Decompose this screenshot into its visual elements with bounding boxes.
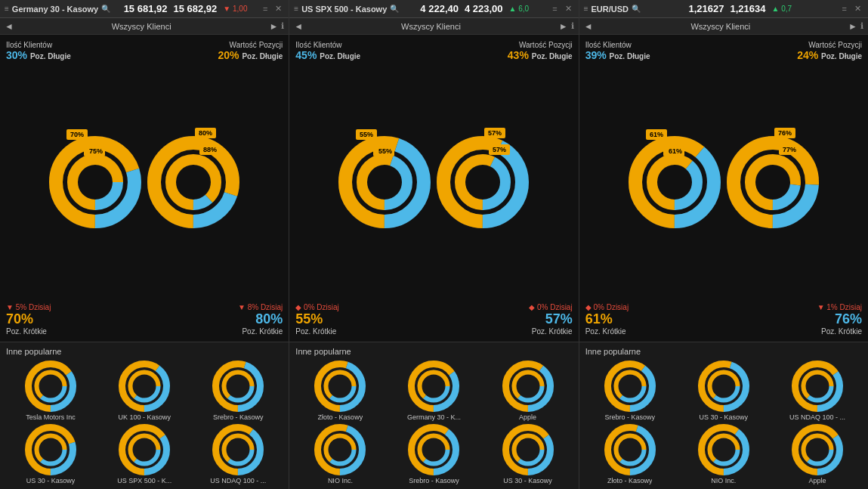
inne-item[interactable]: US NDAQ 100 - ...: [773, 361, 862, 421]
inne-item[interactable]: Srebro - Kasowy: [585, 361, 675, 421]
panel-main: Ilość Klientów 39% Poz. Długie Wartość P…: [579, 35, 868, 342]
inne-item-label: US NDAQ 100 - ...: [789, 413, 845, 421]
price-main: 4 222,40: [420, 3, 459, 14]
inne-item[interactable]: US 30 - Kasowy: [679, 361, 768, 421]
inne-item-label: UK 100 - Kasowy: [118, 413, 171, 421]
inne-item-label: NIO Inc.: [711, 477, 736, 484]
bottom-right-pct: 76%: [817, 311, 862, 327]
nav-info-button[interactable]: ℹ: [860, 21, 863, 31]
panel-nav: ◄ Wszyscy Klienci ► ℹ: [289, 18, 578, 35]
left-stat-label: Ilość Klientów: [585, 41, 650, 49]
inne-item-label: US SPX 500 - K...: [117, 477, 171, 484]
header-title: US SPX 500 - Kasowy: [301, 5, 387, 14]
inne-item[interactable]: Złoto - Kasowy: [295, 361, 385, 421]
inne-item-label: Apple: [808, 477, 826, 484]
bottom-left-change: ▼ 5% Dzisiaj: [6, 303, 51, 311]
price-secondary: 1,21634: [730, 3, 765, 14]
inne-grid: Złoto - Kasowy Germany 30 - K...: [295, 361, 572, 484]
inne-grid: Srebro - Kasowy US 30 - Kasowy: [585, 361, 862, 484]
right-stat-value: 43% Poz. Długie: [508, 49, 573, 61]
price-secondary: 4 223,00: [465, 3, 503, 14]
menu-icon[interactable]: ≡: [584, 5, 588, 13]
right-stat-value: 20% Poz. Długie: [218, 49, 283, 61]
main-donut-area: 55% 55% 57% 57%: [295, 64, 572, 300]
menu-icon[interactable]: ≡: [294, 5, 298, 13]
lock-button[interactable]: =: [261, 4, 270, 14]
inne-item[interactable]: NIO Inc.: [679, 424, 768, 484]
right-stat-label: Wartość Pozycji: [508, 41, 573, 49]
left-stat-label: Ilość Klientów: [295, 41, 360, 49]
panel-nav: ◄ Wszyscy Klienci ► ℹ: [579, 18, 868, 35]
inne-item[interactable]: Apple: [773, 424, 862, 484]
bottom-right-pct: 80%: [238, 311, 283, 327]
search-icon[interactable]: 🔍: [101, 5, 110, 13]
inne-item[interactable]: Srebro - Kasowy: [389, 424, 478, 484]
svg-text:76%: 76%: [778, 129, 792, 137]
close-button[interactable]: ✕: [852, 3, 863, 14]
nav-left-arrow[interactable]: ◄: [294, 21, 303, 32]
inne-item-label: Germany 30 - K...: [407, 413, 461, 421]
svg-text:70%: 70%: [70, 131, 84, 138]
inne-item[interactable]: Germany 30 - K...: [389, 361, 478, 421]
panel-header: ≡ Germany 30 - Kasowy 🔍 15 681,92 15 682…: [0, 0, 289, 18]
bottom-left-label: Poz. Krótkie: [585, 327, 629, 336]
panel-nav: ◄ Wszyscy Klienci ► ℹ: [0, 18, 289, 35]
inne-item[interactable]: US SPX 500 - K...: [100, 424, 189, 484]
price-main: 15 681,92: [124, 3, 168, 14]
bottom-left-pct: 70%: [6, 311, 51, 327]
nav-left-arrow[interactable]: ◄: [5, 21, 14, 32]
inne-title: Inne popularne: [295, 347, 572, 356]
menu-icon[interactable]: ≡: [5, 5, 9, 13]
svg-text:55%: 55%: [360, 131, 373, 138]
svg-text:77%: 77%: [783, 146, 796, 153]
panel-usspx500: ≡ US SPX 500 - Kasowy 🔍 4 222,40 4 223,0…: [289, 0, 579, 489]
header-title: EUR/USD: [592, 5, 629, 14]
left-stat-label: Ilość Klientów: [6, 41, 71, 49]
nav-right-arrow[interactable]: ►: [269, 21, 278, 32]
inne-item-label: Tesla Motors Inc: [26, 413, 76, 421]
inne-item-label: Złoto - Kasowy: [607, 477, 653, 484]
bottom-right-change: ▼ 8% Dzisiaj: [238, 303, 283, 311]
bottom-left-pct: 55%: [295, 311, 338, 327]
inne-item-label: Apple: [519, 413, 536, 421]
inne-item[interactable]: Srebro - Kasowy: [193, 361, 283, 421]
inne-item[interactable]: US NDAQ 100 - ...: [193, 424, 283, 484]
bottom-right-change: ◆ 0% Dzisiaj: [529, 303, 572, 311]
bottom-right-pct: 57%: [529, 311, 572, 327]
inne-item-label: Srebro - Kasowy: [213, 413, 264, 421]
inne-item-label: US 30 - Kasowy: [503, 477, 552, 484]
close-button[interactable]: ✕: [563, 3, 574, 14]
panel-germany30: ≡ Germany 30 - Kasowy 🔍 15 681,92 15 682…: [0, 0, 289, 489]
bottom-right-change: ▼ 1% Dzisiaj: [817, 303, 862, 311]
inne-item[interactable]: Złoto - Kasowy: [585, 424, 675, 484]
inne-item-label: NIO Inc.: [328, 477, 353, 484]
panel-header: ≡ US SPX 500 - Kasowy 🔍 4 222,40 4 223,0…: [289, 0, 578, 18]
left-stat-value: 39% Poz. Długie: [585, 49, 650, 61]
search-icon[interactable]: 🔍: [390, 5, 399, 13]
inne-title: Inne popularne: [585, 347, 862, 356]
bottom-right-label: Poz. Krótkie: [817, 327, 862, 336]
inne-item[interactable]: Apple: [483, 361, 573, 421]
nav-title: Wszyscy Klienci: [401, 22, 461, 31]
svg-text:61%: 61%: [650, 131, 663, 138]
inne-item-label: US 30 - Kasowy: [700, 413, 749, 421]
panel-main: Ilość Klientów 30% Poz. Długie Wartość P…: [0, 35, 289, 342]
nav-left-arrow[interactable]: ◄: [584, 21, 593, 32]
search-icon[interactable]: 🔍: [632, 5, 641, 13]
nav-title: Wszyscy Klienci: [690, 22, 750, 31]
nav-right-arrow[interactable]: ►: [559, 21, 568, 32]
price-change: ▼ 1,00: [223, 5, 247, 13]
lock-button[interactable]: =: [840, 4, 849, 14]
inne-item-label: Złoto - Kasowy: [318, 413, 363, 421]
nav-right-arrow[interactable]: ►: [848, 21, 857, 32]
nav-info-button[interactable]: ℹ: [281, 21, 284, 31]
inne-item[interactable]: NIO Inc.: [295, 424, 385, 484]
main-donut-area: 61% 61% 76% 77%: [585, 64, 862, 300]
inne-item[interactable]: US 30 - Kasowy: [483, 424, 573, 484]
inne-item[interactable]: US 30 - Kasowy: [6, 424, 95, 484]
lock-button[interactable]: =: [550, 4, 559, 14]
inne-item[interactable]: UK 100 - Kasowy: [100, 361, 189, 421]
nav-info-button[interactable]: ℹ: [571, 21, 574, 31]
inne-item[interactable]: Tesla Motors Inc: [6, 361, 95, 421]
close-button[interactable]: ✕: [273, 3, 284, 14]
